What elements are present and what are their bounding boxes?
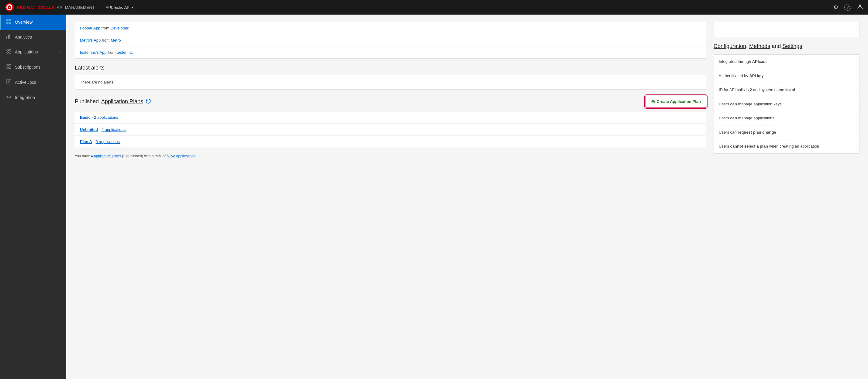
svg-rect-11 xyxy=(9,34,10,39)
config-row-auth: Authenticated by API key xyxy=(714,69,859,83)
integration-icon xyxy=(6,94,12,101)
unlimited-plan-apps-link[interactable]: 4 applications xyxy=(101,127,126,132)
sidebar-item-integration[interactable]: Integration › xyxy=(0,90,66,105)
svg-rect-10 xyxy=(8,35,9,39)
config-row-select-plan: Users cannot select a plan when creating… xyxy=(714,139,859,153)
config-row-plan-change: Users can request plan change xyxy=(714,126,859,140)
sidebar-analytics-label: Analytics xyxy=(15,35,32,39)
alerts-box: There are no alerts. xyxy=(75,75,706,90)
svg-point-26 xyxy=(10,96,11,98)
svg-rect-7 xyxy=(6,22,8,24)
plan-list-item-unlimited: Unlimited - 4 applications xyxy=(75,124,706,136)
sidebar-applications-label: Applications xyxy=(15,49,38,55)
config-card: Integrated through APIcast Authenticated… xyxy=(714,55,860,154)
all-plans-link[interactable]: 4 application plans xyxy=(91,154,121,158)
top-nav: RED HAT 3SCALE API MANAGEMENT API: Echo … xyxy=(0,0,868,14)
cannot-select-plan-text: cannot select a plan xyxy=(730,144,768,148)
brand-red: RED HAT xyxy=(17,5,35,10)
from-text-2: from xyxy=(107,50,117,55)
svg-rect-12 xyxy=(11,36,11,39)
request-plan-change-text: request plan change xyxy=(738,130,776,135)
config-row-apicast: Integrated through APIcast xyxy=(714,55,859,69)
plana-link[interactable]: Plan A xyxy=(80,139,92,144)
basic-plan-link[interactable]: Basic xyxy=(80,115,91,119)
overview-icon xyxy=(6,19,12,26)
developer-link-2[interactable]: tester inc xyxy=(117,50,133,55)
svg-point-14 xyxy=(9,49,11,51)
unlimited-plan-link[interactable]: Unlimited xyxy=(80,127,98,132)
svg-rect-6 xyxy=(9,19,11,21)
sidebar-item-activedocs[interactable]: ActiveDocs xyxy=(0,75,66,90)
subscriptions-chevron-icon: › xyxy=(60,65,61,69)
plans-title: Published Application Plans xyxy=(75,98,151,105)
tester-app-link[interactable]: tester inc's App xyxy=(80,50,107,55)
methods-link[interactable]: Methods xyxy=(749,43,770,49)
sidebar-item-analytics[interactable]: Analytics › xyxy=(0,30,66,44)
plana-apps-link[interactable]: 0 applications xyxy=(96,139,120,144)
alerts-empty-text: There are no alerts. xyxy=(80,80,114,84)
svg-rect-9 xyxy=(6,36,7,39)
live-apps-link[interactable]: 6 live applications xyxy=(166,154,195,158)
config-row-id: ID for API calls is 2 and system name is… xyxy=(714,83,859,97)
svg-point-17 xyxy=(7,64,8,66)
from-text-1: from xyxy=(102,38,111,42)
sidebar-overview-label: Overview xyxy=(15,20,33,25)
can-manage-apps-text: can xyxy=(730,116,737,120)
metros-app-link[interactable]: Metro's App xyxy=(80,38,101,42)
sidebar-item-applications[interactable]: Applications › xyxy=(0,44,66,60)
api-chevron-icon: ▾ xyxy=(132,6,133,9)
app-list-item-2: tester inc's App from tester inc xyxy=(75,46,706,58)
gear-icon[interactable]: ⚙ xyxy=(833,4,838,11)
api-selector[interactable]: API: Echo API ▾ xyxy=(106,5,134,10)
svg-point-20 xyxy=(9,67,11,69)
brand-text: RED HAT 3SCALE API MANAGEMENT xyxy=(17,5,95,10)
can-manage-keys-text: can xyxy=(730,102,737,106)
analytics-chevron-icon: › xyxy=(60,35,61,39)
foobar-app-link[interactable]: Foobar App xyxy=(80,26,100,30)
id-value: 2 xyxy=(750,88,752,92)
sidebar-item-subscriptions[interactable]: Subscriptions › xyxy=(0,60,66,75)
svg-rect-8 xyxy=(9,22,11,24)
plans-header: Published Application Plans ⊕ Create App… xyxy=(75,96,706,107)
plan-list-item-plana: Plan A - 0 applications xyxy=(75,136,706,147)
help-icon[interactable]: ? xyxy=(844,4,851,11)
plan-list-item-basic: Basic - 2 applications xyxy=(75,111,706,124)
application-plans-link[interactable]: Application Plans xyxy=(101,98,143,105)
configuration-link[interactable]: Configuration xyxy=(714,43,746,49)
plana-separator: - xyxy=(93,139,96,144)
app-list-item-0: Foobar App from Developer xyxy=(75,22,706,34)
brand-3scale: 3SCALE xyxy=(38,5,54,10)
integration-chevron-icon: › xyxy=(60,96,61,99)
sidebar-item-overview[interactable]: Overview xyxy=(0,14,66,30)
sidebar-subscriptions-label: Subscriptions xyxy=(15,65,40,70)
main-content: Foobar App from Developer Metro's App fr… xyxy=(66,14,868,379)
svg-point-19 xyxy=(7,67,8,69)
svg-point-3 xyxy=(9,7,10,8)
from-text-0: from xyxy=(101,26,111,30)
settings-link[interactable]: Settings xyxy=(782,43,802,49)
developer-link-1[interactable]: Metro xyxy=(111,38,121,42)
api-key-text: API key xyxy=(749,73,764,78)
app-list-item-1: Metro's App from Metro xyxy=(75,34,706,46)
alerts-title: Latest alerts xyxy=(75,65,706,71)
svg-point-15 xyxy=(7,51,8,54)
plans-list-card: Basic - 2 applications Unlimited - 4 app… xyxy=(75,111,706,148)
svg-point-4 xyxy=(859,5,861,7)
analytics-icon xyxy=(6,34,12,40)
svg-point-16 xyxy=(9,51,11,54)
create-application-plan-button[interactable]: ⊕ Create Application Plan xyxy=(646,96,706,107)
user-icon[interactable] xyxy=(857,4,863,11)
subscriptions-icon xyxy=(6,64,12,70)
sidebar-integration-label: Integration xyxy=(15,95,35,100)
svg-point-25 xyxy=(6,96,8,98)
developer-link-0[interactable]: Developer xyxy=(110,26,128,30)
api-label: API: Echo API xyxy=(106,5,131,10)
brand-logo-area: RED HAT 3SCALE API MANAGEMENT xyxy=(5,3,95,12)
redhat-logo-icon xyxy=(5,3,14,12)
alerts-title-link[interactable]: Latest alerts xyxy=(75,65,104,71)
main-layout: Overview Analytics › Applications › xyxy=(0,14,868,379)
basic-plan-apps-link[interactable]: 2 applications xyxy=(94,115,118,119)
applications-icon xyxy=(6,48,12,55)
config-row-manage-keys: Users can manage application keys xyxy=(714,97,859,111)
svg-rect-5 xyxy=(6,19,8,21)
